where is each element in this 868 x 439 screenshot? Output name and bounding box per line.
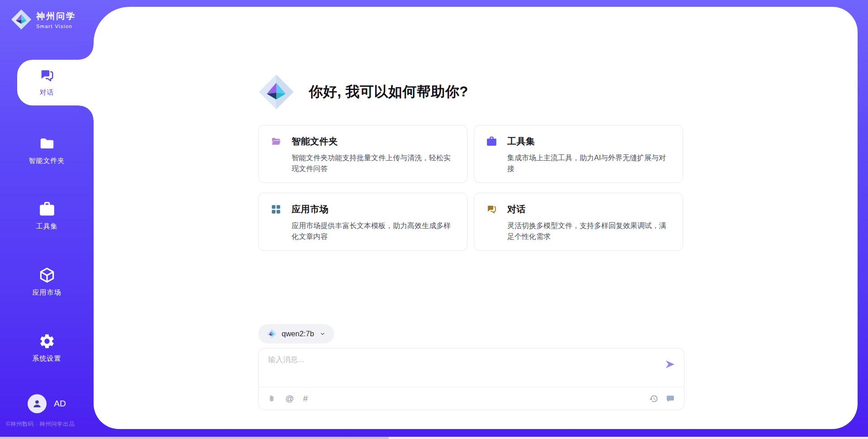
person-icon bbox=[31, 398, 43, 410]
avatar bbox=[28, 394, 47, 413]
card-description: 集成市场上主流工具，助力AI与外界无缝扩展与对接 bbox=[507, 153, 671, 174]
grid-icon bbox=[270, 204, 282, 215]
chat-icon bbox=[486, 204, 497, 215]
brand-name-cn: 神州问学 bbox=[36, 10, 76, 22]
send-icon[interactable] bbox=[664, 358, 676, 370]
card-header: 智能文件夹 bbox=[270, 135, 455, 148]
card-description: 灵活切换多模型文件，支持多样回复效果调试，满足个性化需求 bbox=[507, 220, 671, 242]
card-chat[interactable]: 对话 灵活切换多模型文件，支持多样回复效果调试，满足个性化需求 bbox=[474, 193, 683, 251]
brand-text: 神州问学 Smart Vision bbox=[36, 10, 76, 29]
model-diamond-icon bbox=[266, 329, 277, 339]
user-profile[interactable]: AD bbox=[0, 394, 94, 413]
app-window: 神州问学 Smart Vision 对话 智能文件夹 工具集 应用市场 系统设置 bbox=[0, 0, 868, 439]
message-input[interactable] bbox=[268, 355, 648, 383]
model-name: qwen2:7b bbox=[282, 329, 314, 338]
mention-icon[interactable]: @ bbox=[285, 394, 294, 403]
user-name: AD bbox=[54, 399, 66, 409]
sidebar-item-label: 智能文件夹 bbox=[29, 157, 65, 165]
brand-name-en: Smart Vision bbox=[36, 24, 76, 29]
gear-icon bbox=[38, 333, 56, 350]
hashtag-icon[interactable]: # bbox=[303, 394, 308, 403]
sidebar: 神州问学 Smart Vision 对话 智能文件夹 工具集 应用市场 系统设置 bbox=[0, 0, 94, 439]
brand: 神州问学 Smart Vision bbox=[11, 9, 76, 30]
brand-diamond-icon bbox=[11, 9, 32, 30]
composer-toolbar: @ # bbox=[259, 387, 684, 410]
attachment-icon[interactable] bbox=[267, 394, 276, 403]
sidebar-item-label: 系统设置 bbox=[33, 354, 61, 363]
briefcase-icon bbox=[486, 136, 497, 147]
card-title: 应用市场 bbox=[292, 203, 329, 215]
horizontal-scrollbar[interactable] bbox=[0, 437, 868, 439]
model-selector[interactable]: qwen2:7b bbox=[258, 324, 334, 344]
card-header: 对话 bbox=[486, 203, 671, 215]
chat-icon bbox=[39, 67, 55, 84]
card-header: 工具集 bbox=[486, 135, 671, 148]
card-title: 对话 bbox=[507, 203, 526, 215]
cube-icon bbox=[38, 267, 56, 284]
sidebar-item-settings[interactable]: 系统设置 bbox=[0, 333, 94, 363]
sidebar-item-chat[interactable]: 对话 bbox=[0, 60, 94, 105]
card-title: 智能文件夹 bbox=[292, 135, 338, 148]
copyright: ©神州数码 · 神州问学出品 bbox=[6, 420, 94, 428]
scrollbar-thumb[interactable] bbox=[0, 437, 389, 439]
card-title: 工具集 bbox=[507, 135, 535, 148]
card-smart-folder[interactable]: 智能文件夹 智能文件夹功能支持批量文件上传与清洗，轻松实现文件问答 bbox=[258, 125, 467, 183]
greeting-diamond-icon bbox=[258, 74, 294, 110]
card-description: 智能文件夹功能支持批量文件上传与清洗，轻松实现文件问答 bbox=[292, 153, 455, 174]
sidebar-item-label: 应用市场 bbox=[33, 288, 61, 297]
composer-toolbar-right bbox=[649, 394, 675, 404]
sidebar-item-toolset[interactable]: 工具集 bbox=[0, 200, 94, 231]
sidebar-item-label: 对话 bbox=[40, 88, 54, 97]
sidebar-item-app-market[interactable]: 应用市场 bbox=[0, 267, 94, 297]
composer-toolbar-left: @ # bbox=[267, 394, 308, 403]
folder-open-icon bbox=[270, 136, 282, 147]
chevron-down-icon bbox=[319, 330, 326, 337]
composer: @ # bbox=[258, 348, 684, 410]
sidebar-item-smart-folder[interactable]: 智能文件夹 bbox=[0, 135, 94, 165]
chat-bubble-icon[interactable] bbox=[665, 394, 675, 404]
card-app-market[interactable]: 应用市场 应用市场提供丰富长文本模板，助力高效生成多样化文章内容 bbox=[258, 193, 467, 251]
main-panel: 你好, 我可以如何帮助你? 智能文件夹 智能文件夹功能支持批量文件上传与清洗，轻… bbox=[94, 7, 858, 429]
card-description: 应用市场提供丰富长文本模板，助力高效生成多样化文章内容 bbox=[292, 220, 455, 242]
greeting-title: 你好, 我可以如何帮助你? bbox=[309, 82, 468, 101]
folder-icon bbox=[38, 135, 56, 152]
feature-cards: 智能文件夹 智能文件夹功能支持批量文件上传与清洗，轻松实现文件问答 工具集 集成… bbox=[258, 125, 683, 251]
card-toolset[interactable]: 工具集 集成市场上主流工具，助力AI与外界无缝扩展与对接 bbox=[474, 125, 683, 183]
history-icon[interactable] bbox=[649, 394, 658, 403]
main-content: 你好, 我可以如何帮助你? 智能文件夹 智能文件夹功能支持批量文件上传与清洗，轻… bbox=[258, 7, 685, 429]
sidebar-item-label: 工具集 bbox=[36, 222, 58, 231]
greeting: 你好, 我可以如何帮助你? bbox=[258, 74, 468, 110]
card-header: 应用市场 bbox=[270, 203, 455, 215]
briefcase-icon bbox=[38, 200, 56, 218]
